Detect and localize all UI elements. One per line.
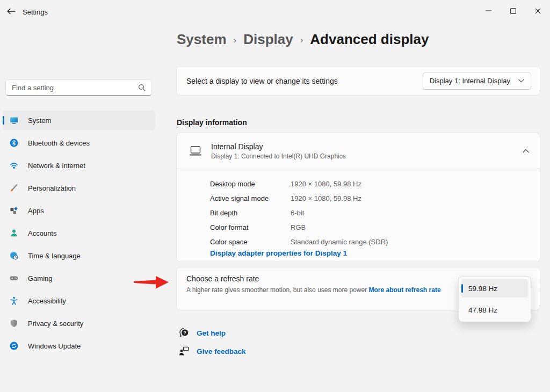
main-content: System › Display › Advanced display Sele… [176, 21, 540, 392]
sidebar-item-time-language[interactable]: Time & language [3, 246, 155, 265]
get-help-row[interactable]: ? Get help [179, 328, 226, 338]
windows-update-icon [10, 342, 18, 350]
accessibility-icon [10, 296, 18, 305]
detail-row-desktop-mode: Desktop mode 1920 × 1080, 59.98 Hz [210, 177, 388, 191]
sidebar-item-label: Windows Update [28, 342, 81, 350]
refresh-rate-option-label: 47.98 Hz [468, 306, 497, 314]
page-title: Advanced display [310, 31, 429, 48]
breadcrumb: System › Display › Advanced display [177, 31, 429, 48]
chevron-up-icon[interactable] [523, 149, 529, 153]
refresh-rate-flyout: 59.98 Hz 47.98 Hz [458, 276, 531, 322]
detail-label: Bit depth [210, 209, 291, 217]
search-box[interactable] [5, 79, 152, 96]
detail-value: 6-bit [291, 209, 304, 217]
sidebar-item-label: Privacy & security [28, 320, 83, 328]
sidebar-item-label: Gaming [28, 274, 53, 282]
minimize-button[interactable] [476, 0, 501, 21]
red-arrow-annotation [133, 274, 171, 291]
sidebar-item-label: System [28, 117, 51, 125]
detail-label: Color space [210, 238, 291, 246]
bluetooth-icon [10, 139, 18, 147]
monitor-icon [189, 146, 202, 157]
sidebar: System Bluetooth & devices Network & int… [0, 21, 161, 392]
sidebar-item-label: Apps [28, 207, 44, 215]
detail-row-color-space: Color space Standard dynamic range (SDR) [210, 235, 388, 249]
sidebar-nav: System Bluetooth & devices Network & int… [3, 111, 155, 359]
search-input[interactable] [6, 84, 138, 92]
display-device-subtitle: Display 1: Connected to Intel(R) UHD Gra… [211, 153, 346, 160]
breadcrumb-system[interactable]: System [177, 31, 227, 48]
refresh-rate-option-label: 59.98 Hz [468, 285, 497, 293]
detail-label: Color format [210, 223, 291, 231]
detail-row-bit-depth: Bit depth 6-bit [210, 206, 388, 220]
sidebar-item-label: Accounts [28, 229, 56, 237]
sidebar-item-windows-update[interactable]: Windows Update [3, 336, 155, 355]
sidebar-item-bluetooth-devices[interactable]: Bluetooth & devices [3, 133, 155, 153]
sidebar-item-label: Accessibility [28, 297, 66, 305]
privacy-icon [10, 319, 18, 328]
sidebar-item-system[interactable]: System [3, 111, 155, 130]
sidebar-item-label: Time & language [28, 252, 81, 260]
accounts-icon [10, 229, 18, 237]
back-button[interactable] [3, 4, 19, 19]
chevron-down-icon [518, 79, 524, 83]
refresh-rate-option-59-98[interactable]: 59.98 Hz [461, 279, 528, 297]
personalization-icon [10, 184, 18, 192]
selected-indicator [3, 116, 4, 125]
get-help-link[interactable]: Get help [197, 329, 226, 337]
sidebar-item-apps[interactable]: Apps [3, 201, 155, 220]
give-feedback-icon [179, 346, 190, 357]
display-adapter-properties-link[interactable]: Display adapter properties for Display 1 [210, 249, 347, 257]
detail-value: Standard dynamic range (SDR) [291, 238, 388, 246]
system-icon [10, 116, 18, 125]
gaming-icon [10, 274, 18, 282]
minimize-icon [486, 10, 491, 11]
app-title: Settings [23, 0, 48, 24]
sidebar-item-label: Personalization [28, 184, 76, 192]
display-device-title: Internal Display [211, 142, 346, 151]
select-display-card: Select a display to view or change its s… [176, 66, 540, 96]
display-info-expander-header[interactable]: Internal Display Display 1: Connected to… [177, 133, 540, 169]
search-icon [138, 84, 146, 91]
svg-text:?: ? [183, 330, 186, 336]
sidebar-item-label: Network & internet [28, 162, 85, 170]
display-select-dropdown[interactable]: Display 1: Internal Display [423, 72, 531, 90]
detail-row-active-signal-mode: Active signal mode 1920 × 1080, 59.98 Hz [210, 191, 388, 206]
display-information-card: Internal Display Display 1: Connected to… [176, 133, 540, 262]
get-help-icon: ? [179, 328, 190, 338]
apps-icon [10, 206, 18, 215]
select-display-label: Select a display to view or change its s… [186, 77, 338, 85]
give-feedback-link[interactable]: Give feedback [197, 347, 246, 355]
maximize-button[interactable] [501, 0, 525, 21]
back-arrow-icon [7, 8, 16, 14]
sidebar-item-accounts[interactable]: Accounts [3, 223, 155, 243]
breadcrumb-separator: › [300, 35, 303, 46]
selected-option-indicator [461, 284, 463, 293]
refresh-rate-option-47-98[interactable]: 47.98 Hz [461, 301, 528, 319]
sidebar-item-accessibility[interactable]: Accessibility [3, 291, 155, 310]
display-details-list: Desktop mode 1920 × 1080, 59.98 Hz Activ… [210, 177, 388, 249]
more-about-refresh-rate-link[interactable]: More about refresh rate [369, 286, 441, 294]
section-title-display-information: Display information [177, 118, 247, 127]
close-button[interactable] [525, 0, 550, 21]
refresh-rate-description-text: A higher rate gives smoother motion, but… [186, 286, 367, 294]
detail-label: Desktop mode [210, 180, 291, 188]
give-feedback-row[interactable]: Give feedback [179, 346, 246, 357]
detail-value: 1920 × 1080, 59.98 Hz [291, 180, 361, 188]
close-icon [535, 8, 541, 14]
time-language-icon [10, 251, 18, 260]
refresh-rate-description: A higher rate gives smoother motion, but… [186, 286, 459, 295]
sidebar-item-personalization[interactable]: Personalization [3, 178, 155, 198]
sidebar-item-privacy-security[interactable]: Privacy & security [3, 314, 155, 333]
sidebar-item-label: Bluetooth & devices [28, 139, 90, 147]
detail-value: 1920 × 1080, 59.98 Hz [291, 194, 361, 202]
breadcrumb-display[interactable]: Display [243, 31, 293, 48]
sidebar-item-network-internet[interactable]: Network & internet [3, 156, 155, 175]
sidebar-item-gaming[interactable]: Gaming [3, 268, 155, 288]
detail-label: Active signal mode [210, 194, 291, 202]
detail-value: RGB [291, 223, 306, 231]
network-icon [10, 161, 18, 170]
detail-row-color-format: Color format RGB [210, 220, 388, 235]
title-bar: Settings [0, 0, 550, 21]
display-select-value: Display 1: Internal Display [430, 77, 510, 85]
